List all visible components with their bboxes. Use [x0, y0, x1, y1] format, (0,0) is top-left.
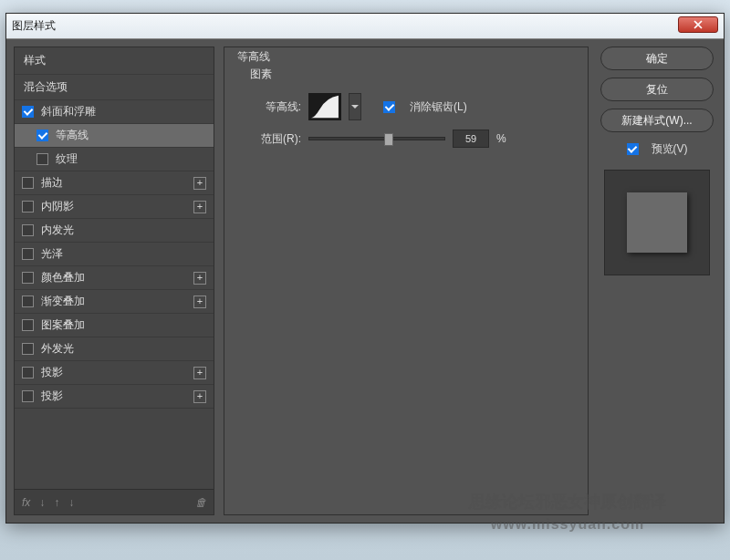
style-checkbox[interactable]: [22, 224, 34, 236]
style-label: 内阴影: [41, 199, 74, 214]
titlebar[interactable]: 图层样式: [6, 14, 724, 39]
range-unit: %: [496, 132, 506, 145]
style-label: 投影: [41, 365, 63, 380]
style-row-3[interactable]: 描边+: [15, 171, 214, 195]
preview-toggle-row: 预览(V): [627, 141, 688, 157]
preview-box: [604, 170, 710, 275]
style-label: 颜色叠加: [41, 270, 85, 285]
preview-checkbox[interactable]: [627, 143, 639, 155]
add-effect-icon[interactable]: +: [193, 367, 206, 379]
contour-dropdown[interactable]: [349, 93, 361, 120]
style-label: 外发光: [41, 341, 74, 357]
style-row-6[interactable]: 光泽: [15, 243, 214, 266]
preview-swatch: [627, 192, 687, 253]
contour-picker[interactable]: [308, 93, 341, 120]
style-checkbox[interactable]: [36, 153, 48, 165]
style-label: 渐变叠加: [41, 294, 85, 309]
style-checkbox[interactable]: [22, 296, 34, 307]
style-row-1[interactable]: 等高线: [15, 124, 214, 148]
style-row-8[interactable]: 渐变叠加+: [15, 290, 214, 314]
style-row-12[interactable]: 投影+: [15, 385, 214, 409]
styles-column: 样式 混合选项 斜面和浮雕等高线纹理描边+内阴影+内发光光泽颜色叠加+渐变叠加+…: [14, 47, 214, 515]
new-style-button[interactable]: 新建样式(W)...: [600, 109, 714, 132]
contour-curve-icon: [309, 94, 340, 119]
content-area: 样式 混合选项 斜面和浮雕等高线纹理描边+内阴影+内发光光泽颜色叠加+渐变叠加+…: [6, 39, 724, 523]
preview-label: 预览(V): [652, 141, 688, 157]
style-checkbox[interactable]: [22, 201, 34, 213]
style-row-7[interactable]: 颜色叠加+: [15, 266, 214, 290]
contour-label: 等高线:: [237, 99, 301, 115]
antialias-checkbox[interactable]: [383, 101, 395, 113]
range-row: 范围(R): %: [237, 130, 575, 148]
style-checkbox[interactable]: [22, 390, 34, 402]
style-row-10[interactable]: 外发光: [15, 337, 214, 361]
trash-icon[interactable]: 🗑: [195, 496, 206, 509]
style-checkbox[interactable]: [22, 367, 34, 379]
style-label: 纹理: [56, 151, 78, 167]
panel-title: 等高线: [237, 49, 575, 65]
add-effect-icon[interactable]: +: [193, 177, 206, 190]
range-slider-thumb[interactable]: [384, 133, 393, 146]
style-label: 光泽: [41, 246, 63, 262]
buttons-column: 确定 复位 新建样式(W)... 预览(V): [598, 47, 716, 515]
style-checkbox[interactable]: [22, 272, 34, 284]
style-row-11[interactable]: 投影+: [15, 361, 214, 385]
add-effect-icon[interactable]: +: [193, 272, 206, 285]
style-checkbox[interactable]: [22, 106, 34, 118]
add-effect-icon[interactable]: +: [193, 390, 206, 403]
panel-subtitle: 图素: [250, 67, 575, 82]
range-slider[interactable]: [308, 137, 445, 140]
close-icon: [694, 20, 703, 29]
style-row-0[interactable]: 斜面和浮雕: [15, 100, 214, 124]
cancel-button[interactable]: 复位: [600, 78, 714, 101]
contour-row: 等高线: 消除锯齿(L): [237, 93, 575, 120]
style-label: 等高线: [56, 128, 89, 143]
antialias-label: 消除锯齿(L): [410, 99, 467, 115]
range-input[interactable]: [453, 130, 489, 148]
styles-footer: fx ↓ ↑ ↓ 🗑: [15, 489, 214, 514]
styles-list: 样式 混合选项 斜面和浮雕等高线纹理描边+内阴影+内发光光泽颜色叠加+渐变叠加+…: [14, 47, 214, 515]
add-effect-icon[interactable]: +: [193, 201, 206, 213]
range-label: 范围(R):: [237, 131, 301, 147]
style-label: 描边: [41, 175, 63, 191]
style-checkbox[interactable]: [22, 343, 34, 355]
arrow-down-icon[interactable]: ↓: [68, 496, 74, 509]
style-label: 图案叠加: [41, 317, 85, 333]
layer-style-dialog: 图层样式 样式 混合选项 斜面和浮雕等高线纹理描边+内阴影+内发光光泽颜色叠加+…: [5, 13, 725, 524]
style-label: 内发光: [41, 223, 74, 238]
styles-header[interactable]: 样式: [15, 47, 214, 75]
ok-button[interactable]: 确定: [600, 47, 714, 70]
style-checkbox[interactable]: [22, 177, 34, 189]
style-label: 斜面和浮雕: [41, 104, 96, 119]
style-row-5[interactable]: 内发光: [15, 219, 214, 243]
style-checkbox[interactable]: [22, 319, 34, 331]
blend-options[interactable]: 混合选项: [15, 75, 214, 100]
style-row-4[interactable]: 内阴影+: [15, 195, 214, 219]
style-row-9[interactable]: 图案叠加: [15, 314, 214, 337]
style-label: 投影: [41, 389, 63, 404]
settings-panel: 等高线 图素 等高线: 消除锯齿(L) 范围(R):: [224, 47, 589, 515]
add-effect-icon[interactable]: +: [193, 296, 206, 308]
style-row-2[interactable]: 纹理: [15, 148, 214, 171]
fx-label[interactable]: fx: [22, 496, 30, 509]
close-button[interactable]: [678, 16, 718, 33]
arrow-up-icon[interactable]: ↑: [54, 496, 59, 509]
window-title: 图层样式: [12, 18, 56, 34]
style-checkbox[interactable]: [22, 248, 34, 260]
style-checkbox[interactable]: [36, 130, 48, 141]
